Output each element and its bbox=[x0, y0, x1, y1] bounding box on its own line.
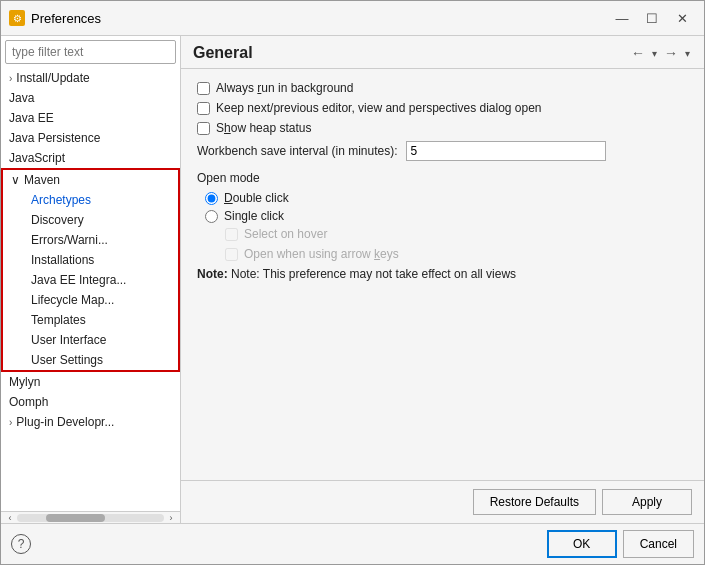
scroll-right-arrow[interactable]: › bbox=[164, 511, 178, 524]
help-icon-label: ? bbox=[18, 537, 25, 551]
nav-back-button[interactable]: ← bbox=[628, 44, 648, 62]
main-footer: Restore Defaults Apply bbox=[181, 480, 704, 523]
always-run-checkbox[interactable] bbox=[197, 82, 210, 95]
open-arrow-checkbox[interactable] bbox=[225, 248, 238, 261]
main-title: General bbox=[193, 44, 253, 62]
sub-options: Select on hover Open when using arrow ke… bbox=[197, 227, 688, 261]
expand-arrow-install: › bbox=[9, 73, 12, 84]
sidebar-item-java-persistence[interactable]: Java Persistence bbox=[1, 128, 180, 148]
restore-defaults-button[interactable]: Restore Defaults bbox=[473, 489, 596, 515]
show-heap-checkbox[interactable] bbox=[197, 122, 210, 135]
expand-arrow-plugin: › bbox=[9, 417, 12, 428]
note-bold: Note: bbox=[197, 267, 228, 281]
main-panel: General ← ▾ → ▾ Always run in background bbox=[181, 36, 704, 523]
nav-forward-button[interactable]: → bbox=[661, 44, 681, 62]
sidebar-item-label: Oomph bbox=[9, 395, 48, 409]
bottom-bar: ? OK Cancel bbox=[1, 523, 704, 564]
nav-arrows: ← ▾ → ▾ bbox=[628, 44, 692, 62]
sidebar-item-label: Java bbox=[9, 91, 34, 105]
sidebar-item-user-interface[interactable]: User Interface bbox=[3, 330, 178, 350]
keep-editor-label: Keep next/previous editor, view and pers… bbox=[216, 101, 542, 115]
show-heap-row: Show heap status bbox=[197, 121, 688, 135]
select-hover-checkbox[interactable] bbox=[225, 228, 238, 241]
double-click-radio[interactable] bbox=[205, 192, 218, 205]
title-bar: ⚙ Preferences — ☐ ✕ bbox=[1, 1, 704, 36]
sidebar-item-plugin-develop[interactable]: › Plug-in Developr... bbox=[1, 412, 180, 432]
close-button[interactable]: ✕ bbox=[668, 7, 696, 29]
apply-button[interactable]: Apply bbox=[602, 489, 692, 515]
scroll-left-arrow[interactable]: ‹ bbox=[3, 511, 17, 524]
sidebar-item-templates[interactable]: Templates bbox=[3, 310, 178, 330]
sidebar-item-label: Java Persistence bbox=[9, 131, 100, 145]
nav-forward-dropdown[interactable]: ▾ bbox=[683, 47, 692, 60]
sidebar-item-oomph[interactable]: Oomph bbox=[1, 392, 180, 412]
maven-children: Archetypes Discovery Errors/Warni... Ins… bbox=[3, 190, 178, 370]
maven-group: ∨ Maven Archetypes Discovery Errors/Warn… bbox=[1, 168, 180, 372]
sidebar-item-lifecycle-map[interactable]: Lifecycle Map... bbox=[3, 290, 178, 310]
bottom-buttons: OK Cancel bbox=[547, 530, 694, 558]
open-arrow-label: Open when using arrow keys bbox=[244, 247, 399, 261]
sidebar-item-installations[interactable]: Installations bbox=[3, 250, 178, 270]
double-click-row: Double click bbox=[197, 191, 688, 205]
horizontal-scrollbar[interactable]: ‹ › bbox=[1, 511, 180, 523]
sidebar-item-discovery[interactable]: Discovery bbox=[3, 210, 178, 230]
sidebar-item-java[interactable]: Java bbox=[1, 88, 180, 108]
maximize-button[interactable]: ☐ bbox=[638, 7, 666, 29]
sidebar-item-label: JavaScript bbox=[9, 151, 65, 165]
sidebar-item-install-update[interactable]: › Install/Update bbox=[1, 68, 180, 88]
content-area: › Install/Update Java Java EE Java Persi… bbox=[1, 36, 704, 523]
always-run-label: Always run in background bbox=[216, 81, 353, 95]
scrollbar-thumb[interactable] bbox=[46, 514, 105, 522]
single-click-label: Single click bbox=[224, 209, 284, 223]
workbench-interval-input[interactable] bbox=[406, 141, 606, 161]
sidebar-item-errors-warnings[interactable]: Errors/Warni... bbox=[3, 230, 178, 250]
help-icon[interactable]: ? bbox=[11, 534, 31, 554]
main-header: General ← ▾ → ▾ bbox=[181, 36, 704, 69]
select-hover-label: Select on hover bbox=[244, 227, 327, 241]
sidebar-item-maven[interactable]: ∨ Maven bbox=[3, 170, 178, 190]
sidebar-item-javascript[interactable]: JavaScript bbox=[1, 148, 180, 168]
open-arrow-row: Open when using arrow keys bbox=[225, 247, 688, 261]
scrollbar-track[interactable] bbox=[17, 514, 164, 522]
sidebar-item-mylyn[interactable]: Mylyn bbox=[1, 372, 180, 392]
always-run-row: Always run in background bbox=[197, 81, 688, 95]
nav-back-dropdown[interactable]: ▾ bbox=[650, 47, 659, 60]
sidebar-item-label: Maven bbox=[24, 173, 60, 187]
tree: › Install/Update Java Java EE Java Persi… bbox=[1, 68, 180, 511]
workbench-interval-label: Workbench save interval (in minutes): bbox=[197, 144, 398, 158]
sidebar-item-label: Java EE bbox=[9, 111, 54, 125]
single-click-row: Single click bbox=[197, 209, 688, 223]
note-text: Note: Note: This preference may not take… bbox=[197, 267, 688, 281]
single-click-radio[interactable] bbox=[205, 210, 218, 223]
sidebar-item-label: Install/Update bbox=[16, 71, 89, 85]
main-content: Always run in background Keep next/previ… bbox=[181, 69, 704, 480]
workbench-interval-row: Workbench save interval (in minutes): bbox=[197, 141, 688, 161]
filter-input[interactable] bbox=[5, 40, 176, 64]
preferences-icon: ⚙ bbox=[9, 10, 25, 26]
keep-editor-row: Keep next/previous editor, view and pers… bbox=[197, 101, 688, 115]
sidebar-item-java-ee[interactable]: Java EE bbox=[1, 108, 180, 128]
open-mode-label: Open mode bbox=[197, 171, 688, 185]
cancel-button[interactable]: Cancel bbox=[623, 530, 694, 558]
window-title: Preferences bbox=[31, 11, 101, 26]
preferences-window: ⚙ Preferences — ☐ ✕ › Install/Update Jav… bbox=[0, 0, 705, 565]
title-controls: — ☐ ✕ bbox=[608, 7, 696, 29]
sidebar-item-user-settings[interactable]: User Settings bbox=[3, 350, 178, 370]
sidebar-item-java-ee-integration[interactable]: Java EE Integra... bbox=[3, 270, 178, 290]
title-bar-left: ⚙ Preferences bbox=[9, 10, 101, 26]
sidebar-item-label: Mylyn bbox=[9, 375, 40, 389]
show-heap-label: Show heap status bbox=[216, 121, 311, 135]
note-content: Note: This preference may not take effec… bbox=[231, 267, 516, 281]
double-click-label: Double click bbox=[224, 191, 289, 205]
sidebar-item-archetypes[interactable]: Archetypes bbox=[3, 190, 178, 210]
keep-editor-checkbox[interactable] bbox=[197, 102, 210, 115]
expand-arrow-maven: ∨ bbox=[11, 173, 20, 187]
select-hover-row: Select on hover bbox=[225, 227, 688, 241]
minimize-button[interactable]: — bbox=[608, 7, 636, 29]
ok-button[interactable]: OK bbox=[547, 530, 617, 558]
sidebar: › Install/Update Java Java EE Java Persi… bbox=[1, 36, 181, 523]
sidebar-item-label: Plug-in Developr... bbox=[16, 415, 114, 429]
